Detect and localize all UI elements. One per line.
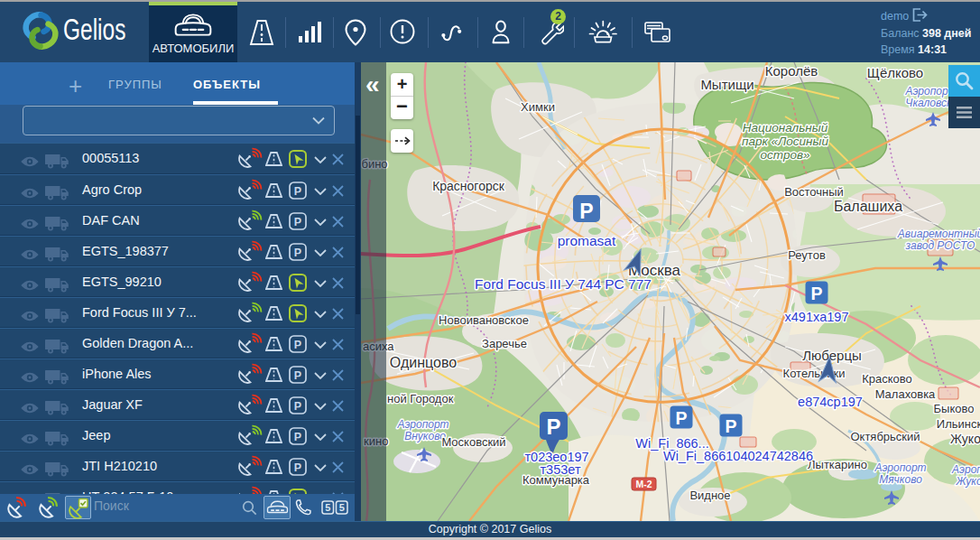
svg-text:парк «Лосиный: парк «Лосиный [742,135,828,148]
svg-text:Балашиха: Балашиха [834,199,902,214]
svg-text:Московский: Московский [441,435,505,449]
svg-text:Wi_Fi_866104024742846: Wi_Fi_866104024742846 [663,449,813,463]
svg-text:Ильинск: Ильинск [937,417,980,431]
svg-text:Королёв: Королёв [765,63,818,79]
svg-text:Одинцово: Одинцово [390,355,457,370]
svg-text:М-2: М-2 [635,479,652,489]
svg-text:promasat: promasat [558,233,616,248]
svg-text:остров»: остров» [761,148,810,162]
svg-text:Котельники: Котельники [783,367,846,380]
svg-text:Красногорск: Красногорск [432,179,505,193]
svg-text:Заречье: Заречье [482,337,527,350]
svg-text:ной Городок: ной Городок [387,392,454,405]
svg-text:Щёлково: Щёлково [867,65,923,80]
svg-text:Ford Focus III У 744 РС 777: Ford Focus III У 744 РС 777 [475,276,652,292]
svg-text:e874cp197: e874cp197 [798,395,863,409]
svg-text:Национальный: Национальный [743,121,828,135]
svg-text:т353ет: т353ет [540,462,580,477]
svg-text:Внуково: Внуково [404,430,446,442]
svg-text:5: 5 [339,502,345,513]
svg-text:P: P [725,416,736,436]
svg-text:Малаховка: Малаховка [875,387,936,401]
svg-text:P: P [579,200,593,223]
svg-text:x491xa197: x491xa197 [785,310,849,324]
svg-text:Восточный: Восточный [784,185,844,199]
svg-text:Видное: Видное [689,489,730,502]
svg-text:Жуко: Жуко [950,432,980,446]
svg-text:Аэропор: Аэропор [904,85,948,98]
svg-text:Мытищи: Мытищи [700,77,753,92]
svg-text:Лыткарино: Лыткарино [808,458,867,471]
svg-text:Октябрьский: Октябрьский [850,430,920,443]
svg-text:Реутов: Реутов [788,248,826,262]
svg-text:Люберцы: Люберцы [802,348,862,363]
svg-text:Аэропорт: Аэропорт [396,418,448,431]
svg-text:Мячково: Мячково [879,473,922,486]
svg-text:P: P [810,284,822,303]
svg-text:5: 5 [325,502,330,513]
svg-text:P: P [546,414,560,439]
svg-text:Химки: Химки [521,100,555,114]
svg-text:Жуко: Жуко [955,475,980,488]
svg-text:Авиаремонтный: Авиаремонтный [897,228,980,240]
svg-text:Новоивановское: Новоивановское [439,313,529,327]
svg-text:завод РОСТО: завод РОСТО [905,239,975,252]
svg-text:Красково: Красково [862,372,912,386]
svg-text:Чкаловск: Чкаловск [905,97,953,109]
svg-text:Аэропорт: Аэропорт [874,461,926,474]
svg-text:P: P [675,408,687,428]
svg-text:Быково: Быково [934,402,975,415]
svg-text:Аэроп: Аэроп [951,463,980,476]
